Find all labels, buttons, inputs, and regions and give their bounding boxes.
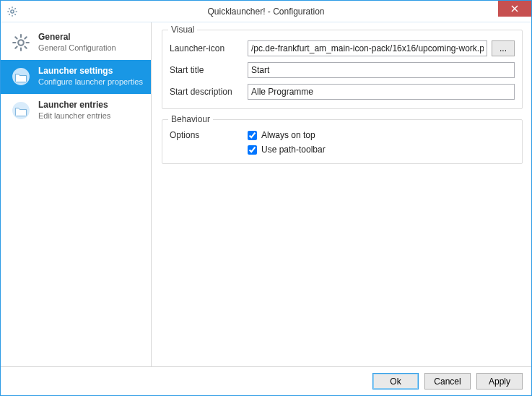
svg-line-6	[14, 14, 15, 14]
svg-line-18	[15, 46, 17, 48]
content-pane: Visual Launcher-icon ... Start title Sta…	[152, 22, 531, 366]
gear-icon	[11, 33, 31, 53]
sidebar-item-launcher-entries[interactable]: Launcher entries Edit launcher entries	[1, 94, 151, 128]
app-gear-icon	[6, 6, 18, 17]
svg-point-0	[11, 9, 14, 12]
input-start-description[interactable]	[248, 84, 515, 100]
sidebar-item-general[interactable]: General General Configuration	[1, 26, 151, 60]
svg-point-11	[18, 40, 24, 46]
titlebar: Quicklauncher! - Configuration	[1, 1, 531, 22]
svg-line-5	[9, 8, 9, 9]
close-button[interactable]	[498, 1, 531, 17]
sidebar-item-sublabel: General Configuration	[38, 43, 116, 53]
close-icon	[511, 5, 518, 12]
groupbox-title: Behaviour	[168, 114, 213, 124]
label-launcher-icon: Launcher-icon	[170, 43, 248, 53]
svg-line-8	[14, 8, 15, 9]
sidebar-item-launcher-settings[interactable]: Launcher settings Configure launcher pro…	[1, 60, 151, 94]
checkbox-label: Use path-toolbar	[261, 145, 326, 155]
folder-icon	[11, 100, 31, 121]
svg-line-17	[25, 46, 26, 48]
label-start-description: Start description	[170, 87, 248, 97]
sidebar-item-label: Launcher entries	[38, 100, 110, 111]
label-options: Options	[170, 130, 248, 140]
svg-line-7	[9, 14, 9, 14]
apply-button[interactable]: Apply	[476, 373, 523, 389]
folder-icon	[11, 66, 31, 87]
window-title: Quicklauncher! - Configuration	[1, 7, 531, 17]
sidebar-item-label: Launcher settings	[38, 66, 143, 77]
cancel-button[interactable]: Cancel	[424, 373, 471, 389]
config-window: Quicklauncher! - Configuration General G…	[0, 0, 532, 396]
checkbox-always-on-top[interactable]: Always on top	[248, 130, 326, 140]
sidebar-item-sublabel: Configure launcher properties	[38, 77, 143, 87]
groupbox-visual: Visual Launcher-icon ... Start title Sta…	[162, 30, 523, 109]
footer: Ok Cancel Apply	[1, 366, 531, 395]
svg-line-19	[25, 37, 26, 38]
input-start-title[interactable]	[248, 62, 515, 78]
sidebar: General General Configuration Launcher s…	[1, 22, 152, 366]
groupbox-title: Visual	[168, 25, 197, 35]
checkbox-input[interactable]	[248, 145, 257, 155]
ok-button[interactable]: Ok	[372, 373, 419, 389]
sidebar-item-sublabel: Edit launcher entries	[38, 111, 110, 121]
browse-button[interactable]: ...	[492, 40, 515, 56]
label-start-title: Start title	[170, 65, 248, 75]
svg-line-16	[15, 37, 17, 38]
input-launcher-icon[interactable]	[248, 40, 487, 56]
sidebar-item-label: General	[38, 32, 116, 43]
checkbox-use-path-toolbar[interactable]: Use path-toolbar	[248, 145, 326, 155]
checkbox-label: Always on top	[261, 130, 315, 140]
groupbox-behaviour: Behaviour Options Always on top Use path…	[162, 119, 523, 164]
checkbox-input[interactable]	[248, 131, 257, 140]
